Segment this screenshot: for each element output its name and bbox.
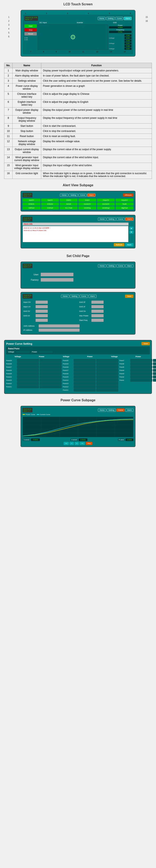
set-child-nav-setting[interactable]: Setting xyxy=(107,264,116,268)
set-child-nav-alarm[interactable]: Alarm xyxy=(125,264,133,268)
alert-nav-curve[interactable]: Curve xyxy=(79,193,87,197)
set-child-nav-home[interactable]: Home xyxy=(98,264,106,268)
field-input-empty[interactable] xyxy=(35,319,48,322)
pcs-point19-v[interactable] xyxy=(74,362,96,365)
pcs-point26-p[interactable] xyxy=(40,369,62,372)
pcs-point27-v[interactable] xyxy=(17,366,39,368)
pcs-save-btn[interactable]: Save xyxy=(142,342,150,345)
pcs-point16-v[interactable] xyxy=(74,372,96,375)
pcs-point17-p[interactable] xyxy=(96,369,118,372)
alert-inverterov[interactable]: InverterOV xyxy=(79,203,96,206)
pcs-point25-v[interactable] xyxy=(17,372,39,375)
pcs-point12-p[interactable] xyxy=(96,385,118,388)
pcs-point7-v[interactable] xyxy=(130,359,152,362)
pcs-point22-p[interactable] xyxy=(40,382,62,385)
pcs-point20-p[interactable] xyxy=(96,359,118,362)
field-input-inputuv[interactable] xyxy=(35,305,48,308)
pcs-point23-v[interactable] xyxy=(17,379,39,381)
pcs-point5-v[interactable] xyxy=(130,366,152,368)
field-input-startfreq[interactable] xyxy=(91,319,104,322)
alarm-content-nav-curve[interactable]: Curve xyxy=(116,217,125,221)
field-input-inputov[interactable] xyxy=(35,301,48,304)
alarm-content-nav-alarm[interactable]: Alarm xyxy=(125,217,133,221)
field-input-gridof[interactable] xyxy=(91,301,104,304)
pcs-point19-p[interactable] xyxy=(96,362,118,365)
pcsub-nav-curve[interactable]: Curve xyxy=(116,408,125,412)
pcs-point27-p[interactable] xyxy=(40,366,62,368)
set-child-nav-curve[interactable]: Curve xyxy=(116,264,125,268)
nav-btn-curve[interactable]: Curve xyxy=(115,17,123,20)
pcs-point3-p[interactable] xyxy=(153,372,156,375)
pcs-point1-p[interactable] xyxy=(153,379,156,381)
alert-inputuv[interactable]: InputUV xyxy=(41,198,59,202)
pcsub-nav-home[interactable]: Home xyxy=(98,408,106,412)
alert-dcbus2[interactable]: DCBUS2 xyxy=(41,203,59,206)
pcs-point13-p[interactable] xyxy=(96,382,118,385)
pcs-point4-v[interactable] xyxy=(130,369,152,372)
pcs-point5-p[interactable] xyxy=(153,366,156,368)
factory-input[interactable] xyxy=(41,278,73,282)
pcs-point16-p[interactable] xyxy=(96,372,118,375)
pcs-point12-v[interactable] xyxy=(74,385,96,388)
settings-save-btn[interactable]: Save xyxy=(125,294,133,298)
pcs-point2-p[interactable] xyxy=(153,375,156,378)
field-input-ipaddr[interactable] xyxy=(39,329,80,332)
alert-alignfault[interactable]: AlignFault xyxy=(116,206,133,210)
pcs-point3-v[interactable] xyxy=(130,372,152,375)
settings-nav-alarm[interactable]: Alarm xyxy=(89,294,97,298)
field-input-gridon[interactable] xyxy=(91,310,104,313)
alert-nav-setting[interactable]: Setting xyxy=(69,193,78,197)
pcs-point28-p[interactable] xyxy=(40,362,62,365)
curve-btn-prev[interactable]: < xyxy=(70,442,74,445)
field-input-griduv[interactable] xyxy=(35,314,48,317)
pcs-point18-v[interactable] xyxy=(74,366,96,368)
alert-outputov[interactable]: OutputOV xyxy=(97,198,115,202)
pcs-point17-v[interactable] xyxy=(74,369,96,372)
alert-nav-alarm[interactable]: Alarm xyxy=(87,193,95,197)
alert-something[interactable]: something xyxy=(79,206,96,210)
user-input[interactable] xyxy=(41,273,73,276)
pcs-point13-v[interactable] xyxy=(74,382,96,385)
pcs-point26-v[interactable] xyxy=(17,369,39,372)
curve-btn-next[interactable]: > xyxy=(75,442,79,445)
pcs-point18-p[interactable] xyxy=(96,366,118,368)
alert-gridov[interactable]: GridOV xyxy=(60,198,77,202)
pcs-point20-v[interactable] xyxy=(74,359,96,362)
nav-btn-home[interactable]: Home xyxy=(98,17,105,20)
pcs-point11-v[interactable] xyxy=(74,389,96,392)
curve-btn-stop[interactable]: Stop xyxy=(86,442,92,445)
settings-nav-setting[interactable]: Setting xyxy=(70,294,79,298)
pcs-point25-p[interactable] xyxy=(40,372,62,375)
alert-griduv[interactable]: GridUV xyxy=(79,198,96,202)
alert-inputov[interactable]: InputOV xyxy=(23,198,40,202)
field-input-amsaddr[interactable] xyxy=(39,324,80,328)
pcs-point6-p[interactable] xyxy=(153,362,156,365)
alarm-back-btn[interactable]: Back xyxy=(125,243,133,246)
pcs-point22-v[interactable] xyxy=(17,382,39,385)
settings-nav-curve[interactable]: Curve xyxy=(80,294,88,298)
pcs-point14-v[interactable] xyxy=(74,379,96,381)
nav-btn-alarm[interactable]: Alarm xyxy=(124,17,132,20)
alert-outputuv[interactable]: OutputUV xyxy=(116,198,133,202)
alert-sll1fault[interactable]: SLL1 Fault xyxy=(60,206,77,210)
pcs-point15-v[interactable] xyxy=(74,375,96,378)
stop-button[interactable]: Stop xyxy=(24,28,37,32)
rated-voltage-input[interactable] xyxy=(16,350,30,353)
pcsub-nav-setting[interactable]: Setting xyxy=(107,408,116,412)
pcs-point21-v[interactable] xyxy=(17,385,39,388)
pcs-point11-p[interactable] xyxy=(96,389,118,392)
pcs-point29-p[interactable] xyxy=(40,359,62,362)
curve-btn-forward[interactable]: >> xyxy=(80,442,85,445)
pcs-point29-v[interactable] xyxy=(17,359,39,362)
field-input-griduf[interactable] xyxy=(91,305,104,308)
alarm-content-nav-home[interactable]: Home xyxy=(98,217,106,221)
reset-button[interactable]: Reset xyxy=(24,32,37,35)
nav-btn-setting[interactable]: Setting xyxy=(106,17,115,20)
pcs-point2-v[interactable] xyxy=(130,375,152,378)
pcs-point24-p[interactable] xyxy=(40,375,62,378)
pcs-point4-p[interactable] xyxy=(153,369,156,372)
pcs-point7-p[interactable] xyxy=(153,359,156,362)
alert-gridfault[interactable]: GridFault xyxy=(41,206,59,210)
alert-nav-home[interactable]: Home xyxy=(60,193,68,197)
alarm-refresh-btn[interactable]: Refresh xyxy=(114,243,124,246)
